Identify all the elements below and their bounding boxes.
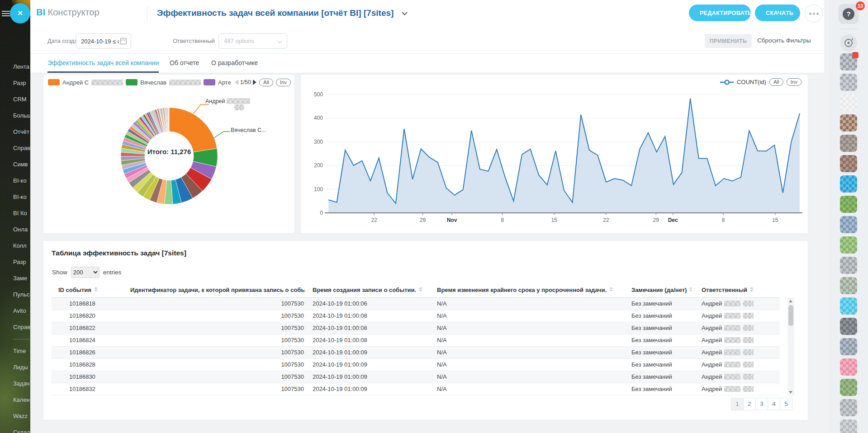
page-button-5[interactable]: 5	[780, 398, 792, 410]
sidebar-item[interactable]: BI-ко	[0, 189, 30, 205]
user-avatar[interactable]	[840, 297, 857, 315]
tab-about-report[interactable]: Об отчете	[170, 54, 199, 73]
sort-icon[interactable]	[750, 287, 754, 292]
table-row[interactable]: 1018681810075302024-10-19 01:00:06N/AБез…	[52, 297, 780, 310]
tab-about-developer[interactable]: О разработчике	[211, 54, 258, 73]
sidebar-item[interactable]: Симв	[0, 156, 30, 173]
scroll-down-icon[interactable]	[789, 391, 792, 394]
column-header[interactable]: Время создания записи о событии.	[305, 282, 429, 297]
sidebar-item[interactable]: Разр	[0, 75, 30, 91]
sidebar-item[interactable]: Разр	[0, 254, 30, 270]
user-avatar[interactable]	[840, 216, 857, 233]
page-button-3[interactable]: 3	[755, 398, 768, 410]
column-header[interactable]: Ответственный	[692, 282, 780, 297]
user-avatar[interactable]	[840, 338, 857, 355]
apply-filters-button[interactable]: ПРИМЕНИТЬ	[705, 34, 752, 48]
legend-item[interactable]: Андрей С	[48, 79, 123, 86]
user-avatar[interactable]	[840, 53, 857, 71]
sort-icon[interactable]	[419, 287, 422, 292]
sidebar-item[interactable]: Колл	[0, 238, 30, 254]
series-inv-button[interactable]: Inv	[787, 78, 802, 86]
sidebar-item[interactable]: Задач	[0, 376, 30, 392]
download-button[interactable]: СКАЧАТЬ	[755, 5, 800, 21]
sidebar-item[interactable]: CRM	[0, 91, 30, 108]
sidebar-item[interactable]: Справ	[0, 319, 30, 335]
scroll-up-icon[interactable]	[789, 300, 792, 302]
user-avatar[interactable]	[840, 135, 857, 152]
user-avatar[interactable]	[840, 94, 857, 111]
sort-icon[interactable]	[689, 287, 692, 292]
user-avatar[interactable]	[840, 175, 857, 193]
table-row[interactable]: 1018682610075302024-10-19 01:00:09N/AБез…	[52, 346, 780, 358]
sidebar-item[interactable]: Онла	[0, 221, 30, 238]
reset-filters-link[interactable]: Сбросить Фильтры	[757, 37, 811, 44]
sidebar-item[interactable]: Avito	[0, 303, 30, 319]
column-header[interactable]: Замечание (да/нет)	[624, 282, 692, 297]
sidebar-item[interactable]: Склад	[0, 424, 30, 433]
sidebar-item[interactable]: Кален	[0, 392, 30, 408]
user-avatar[interactable]	[840, 236, 857, 254]
sidebar-item[interactable]: Больш	[0, 108, 30, 124]
row-responsible: Андрей	[692, 322, 780, 334]
table-scrollbar[interactable]	[787, 298, 794, 395]
help-button[interactable]: ? 13	[839, 4, 859, 24]
scrollbar-thumb[interactable]	[788, 305, 793, 326]
donut-inv-button[interactable]: Inv	[276, 79, 291, 86]
calendar-icon[interactable]	[120, 38, 127, 44]
user-avatar[interactable]	[840, 74, 857, 91]
user-avatar[interactable]	[840, 277, 857, 294]
edit-button[interactable]: РЕДАКТИРОВАТЬ	[689, 5, 751, 21]
legend-item[interactable]: Вячеслав	[126, 79, 201, 86]
sort-icon[interactable]	[609, 287, 613, 292]
page-button-2[interactable]: 2	[743, 398, 756, 410]
report-title[interactable]: Эффективность задач всей компании [отчёт…	[157, 8, 407, 18]
sidebar-item[interactable]: Лиды	[0, 359, 30, 376]
user-avatar[interactable]	[840, 399, 857, 416]
column-header[interactable]: Время изменения крайнего срока у просроч…	[429, 282, 624, 297]
user-avatar[interactable]	[840, 358, 857, 376]
sort-icon[interactable]	[94, 287, 98, 292]
sidebar-item[interactable]: Time	[0, 343, 30, 359]
donut-chart[interactable]	[43, 94, 295, 229]
tab-effectiveness[interactable]: Эффективность задач всей компании	[47, 54, 159, 73]
page-button-4[interactable]: 4	[768, 398, 780, 410]
sidebar-item[interactable]: BI-ко	[0, 173, 30, 189]
user-avatar[interactable]	[840, 419, 857, 433]
chevron-down-icon[interactable]	[402, 9, 408, 15]
user-avatar[interactable]	[840, 196, 857, 213]
more-options-button[interactable]	[805, 5, 823, 23]
series-label[interactable]: COUNT(id)	[737, 79, 766, 85]
close-menu-button[interactable]: ×	[10, 3, 30, 24]
sidebar-item[interactable]: Wazz	[0, 408, 30, 424]
user-avatar[interactable]	[840, 155, 857, 172]
sidebar-item[interactable]: Пульс	[0, 287, 30, 303]
table-row[interactable]: 1018682810075302024-10-19 01:00:09N/AБез…	[52, 358, 780, 371]
history-button[interactable]	[840, 34, 857, 52]
table-row[interactable]: 1018682010075302024-10-19 01:00:08N/AБез…	[52, 310, 780, 322]
series-all-button[interactable]: All	[769, 78, 783, 86]
table-row[interactable]: 1018683210075302024-10-19 01:00:09N/AБез…	[52, 383, 780, 395]
line-chart[interactable]: 01002003004005002229Nov8152229Dec815	[303, 88, 805, 226]
user-avatar[interactable]	[840, 114, 857, 132]
column-header[interactable]: ID события	[52, 282, 117, 297]
user-avatar[interactable]	[840, 379, 857, 396]
series-marker-icon	[720, 80, 734, 85]
legend-next-icon[interactable]	[253, 80, 256, 85]
sidebar-item[interactable]: Отчёт	[0, 124, 30, 140]
column-header[interactable]: Идентификатор задачи, к которой привязан…	[117, 282, 305, 297]
table-row[interactable]: 1018683010075302024-10-19 01:00:09N/AБез…	[52, 371, 780, 383]
sidebar-item[interactable]: BI Ко	[0, 205, 30, 221]
page-button-1[interactable]: 1	[731, 398, 744, 410]
user-avatar[interactable]	[840, 318, 857, 335]
sidebar-item[interactable]: Заме	[0, 270, 30, 287]
responsible-select[interactable]: 487 options	[218, 33, 287, 49]
page-size-select[interactable]: 200	[71, 267, 100, 278]
table-row[interactable]: 1018682210075302024-10-19 01:00:08N/AБез…	[52, 322, 780, 334]
donut-all-button[interactable]: All	[259, 79, 273, 86]
sidebar-item[interactable]: Справ	[0, 140, 30, 156]
legend-item[interactable]: Арте	[204, 79, 231, 86]
sidebar-item[interactable]: Лента	[0, 59, 30, 75]
legend-prev-icon[interactable]	[235, 80, 238, 85]
user-avatar[interactable]	[840, 257, 857, 274]
table-row[interactable]: 1018682410075302024-10-19 01:00:08N/AБез…	[52, 334, 780, 346]
